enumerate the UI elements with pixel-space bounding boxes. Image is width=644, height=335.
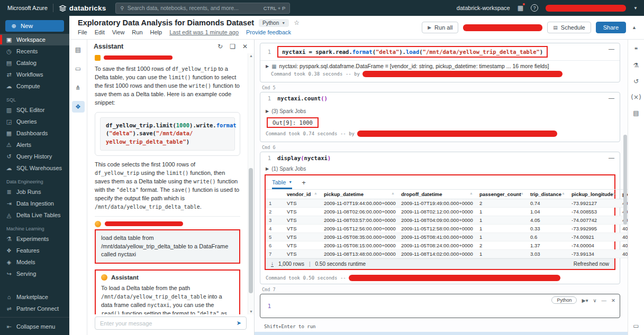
catalog-tree-icon[interactable]: ⋔ [72,82,85,94]
spark-jobs-line[interactable]: ▶ (1) Spark Jobs [260,164,620,172]
close-icon[interactable]: ✕ [242,43,248,50]
sidebar-item-data-ingestion[interactable]: ⇥Data Ingestion [0,198,69,209]
monitor-icon[interactable]: ▭ [633,322,639,330]
sidebar-item-sql-warehouses[interactable]: ☁SQL Warehouses [0,162,69,174]
scroll-down-icon[interactable]: ▼ [249,309,253,314]
scroll-up-icon[interactable]: ▲ [249,53,253,59]
table-of-contents-icon[interactable]: ▤ [72,44,85,55]
share-button[interactable]: Share [596,22,626,33]
results-table[interactable]: ▲vendor_id▲pickup_datetime▲dropoff_datet… [266,189,628,258]
sidebar-item-workflows[interactable]: ⇄Workflows [0,69,69,80]
table-row[interactable]: 1VTS2009-11-07T19:44:00.000+00002009-11-… [266,199,628,208]
code-line[interactable]: display(nyctaxi) [277,155,331,161]
expand-triangle-icon[interactable]: ▶ [266,166,269,171]
help-icon[interactable]: ? [531,4,538,12]
table-row[interactable]: 5VTS2009-11-05T08:35:00.000+00002009-11-… [266,233,628,241]
sort-icon[interactable]: ▲ [469,191,473,195]
collapse-menu-button[interactable]: ⇤ Collapse menu [0,320,69,333]
sidebar-item-query-history[interactable]: ↺Query History [0,151,69,162]
sidebar-item-catalog[interactable]: ▤Catalog [0,57,69,69]
folder-icon[interactable]: ▭ [72,63,85,75]
table-row[interactable]: 6VTS2009-11-05T08:15:00.000+00002009-11-… [266,241,628,250]
column-header-dropoff_datetime[interactable]: ▲dropoff_datetime [398,190,476,199]
notebook-cell-cmd5[interactable]: 1 nyctaxi.count() — ▶ (3) Spark Jobs Out… [260,92,620,142]
spark-jobs-line[interactable]: ▶ (3) Spark Jobs [266,108,614,116]
dataframe-result[interactable]: ▶ ▦ nyctaxi: pyspark.sql.dataframe.DataF… [266,63,614,69]
expand-icon[interactable]: ❏ [230,43,235,50]
assistant-input-box[interactable]: ➤ [95,317,247,330]
databricks-logo[interactable]: databricks [59,4,106,12]
new-button[interactable]: ⊕ New [5,20,64,32]
sidebar-item-sql-editor[interactable]: ▥SQL Editor [0,104,69,116]
column-header-pickup_longitude[interactable]: ▲pickup_longitude [568,190,619,199]
refresh-icon[interactable]: ↻ [217,43,223,50]
favorite-star-icon[interactable]: ☆ [294,19,300,26]
run-all-button[interactable]: ▶ Run all [422,22,458,33]
comments-icon[interactable]: ❝ [634,46,638,53]
sidebar-item-features[interactable]: ❖Features [0,245,69,256]
table-row[interactable]: 4VTS2009-11-05T12:56:00.000+00002009-11-… [266,225,628,233]
menu-help[interactable]: Help [150,29,162,35]
assistant-scrollbar[interactable]: ▲ ▼ [248,53,254,314]
chevron-down-icon[interactable]: ▼ [633,6,638,11]
workspace-name[interactable]: databrick-workspace [457,5,510,11]
menu-edit[interactable]: Edit [95,29,105,35]
sidebar-item-compute[interactable]: ☁Compute [0,80,69,92]
collapse-cell-icon[interactable]: — [609,154,614,161]
sidebar-item-recents[interactable]: ◷Recents [0,45,69,57]
sort-icon[interactable]: ▲ [314,191,318,195]
assistant-conversation[interactable]: To save the first 1000 rows of df_yellow… [87,53,254,314]
table-row[interactable]: 2VTS2009-11-08T02:06:00.000+00002009-11-… [266,208,628,216]
column-header-passenger_count[interactable]: ▲passenger_count [476,190,527,199]
collapse-cell-icon[interactable]: — [609,95,614,101]
expand-triangle-icon[interactable]: ▶ [266,109,269,114]
expand-triangle-icon[interactable]: ▶ [266,64,269,69]
table-row[interactable]: 7VTS2009-11-08T13:48:00.000+00002009-11-… [266,250,628,258]
experiments-icon[interactable]: ⚗ [633,62,639,69]
sidebar-item-partner-connect[interactable]: ⇌Partner Connect [0,303,69,314]
collapse-header-icon[interactable]: ▲ [632,25,637,30]
column-header-trip_distance[interactable]: ▲trip_distance [527,190,568,199]
notebook-scrollbar-thumb[interactable] [623,135,627,225]
code-snippet[interactable]: df_yellow_trip.limit(1000).write.format(… [100,117,235,151]
sidebar-item-marketplace[interactable]: ⌂Marketplace [0,291,69,303]
notebook-cell-cmd7[interactable]: Python ▶▾ ∨ — ✕ 1 [260,294,620,318]
sidebar-item-serving[interactable]: ↪Serving [0,268,69,280]
sidebar-item-job-runs[interactable]: ≣Job Runs [0,186,69,198]
sidebar-item-dashboards[interactable]: ▦Dashboards [0,127,69,139]
assistant-message-input[interactable] [100,320,232,327]
global-search[interactable]: ⚲ CTRL + P [115,3,290,14]
libraries-icon[interactable]: ▤ [633,109,639,117]
menu-view[interactable]: View [112,29,125,35]
sidebar-item-delta-live-tables[interactable]: ◬Delta Live Tables [0,209,69,221]
sidebar-item-models[interactable]: ◈Models [0,256,69,268]
sort-icon[interactable]: ▲ [391,191,395,195]
menu-file[interactable]: File [78,29,87,35]
search-input[interactable] [128,5,260,11]
schedule-button[interactable]: ▤ Schedule [547,22,591,33]
last-edit-link[interactable]: Last edit was 1 minute ago [169,29,239,35]
whats-new-icon[interactable]: ▦ [518,4,523,12]
column-header-pickup_datetime[interactable]: ▲pickup_datetime [321,190,398,199]
provide-feedback-link[interactable]: Provide feedback [246,29,291,35]
scrollbar-thumb[interactable] [249,168,253,293]
notebook-cell-cmd6[interactable]: 1 display(nyctaxi) — ▶ (1) Spark Jobs Ta… [260,152,620,284]
column-header-vendor_id[interactable]: ▲vendor_id [284,190,321,199]
version-history-icon[interactable]: ↺ [633,78,639,85]
code-line[interactable]: nyctaxi = spark.read.format("delta").loa… [282,49,543,55]
assistant-icon[interactable]: ❖ [72,101,85,113]
download-icon[interactable]: ↓ [271,261,274,267]
variables-icon[interactable]: (×) [631,94,641,101]
tab-table[interactable]: Table ▼ [272,179,292,189]
table-row[interactable]: 3VTS2009-11-08T03:57:00.000+00002009-11-… [266,216,628,225]
sidebar-item-workspace[interactable]: ▣Workspace [0,34,69,45]
notebook-cell-cmd4[interactable]: 1 nyctaxi = spark.read.format("delta").l… [260,43,620,82]
sort-icon[interactable]: ▲ [561,191,565,195]
language-selector[interactable]: Python ▼ [259,19,289,27]
add-visualization-button[interactable]: + [302,179,306,189]
collapse-cell-icon[interactable]: — [609,45,614,52]
send-icon[interactable]: ➤ [237,320,241,327]
menu-run[interactable]: Run [132,29,142,35]
sidebar-item-queries[interactable]: ◲Queries [0,116,69,127]
sidebar-item-alerts[interactable]: ⚠Alerts [0,139,69,151]
